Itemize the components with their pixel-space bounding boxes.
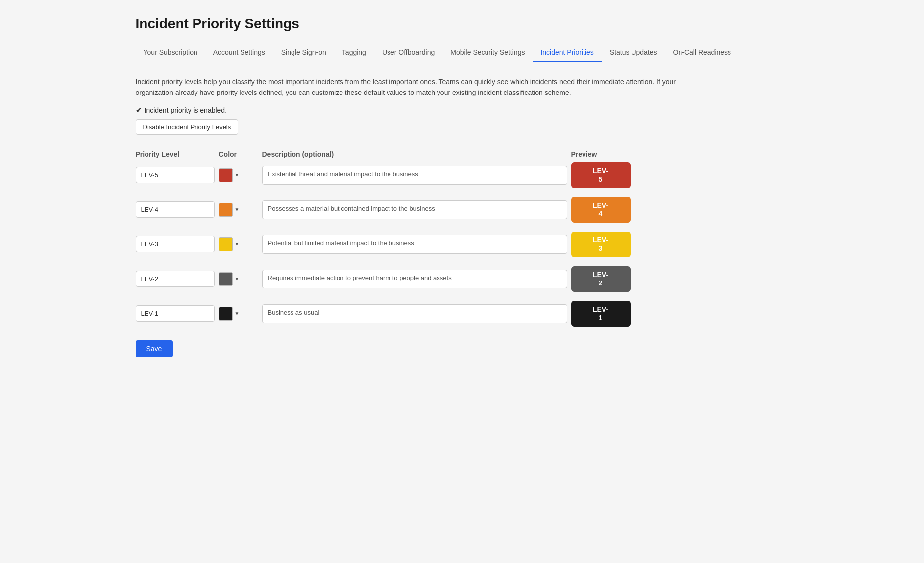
tab-single-sign-on[interactable]: Single Sign-on [273, 44, 334, 62]
description-text: Incident priority levels help you classi… [136, 76, 680, 98]
priority-rows: ▼LEV- 5▼LEV- 4▼LEV- 3▼LEV- 2▼LEV- 1 [136, 162, 631, 327]
table-header: Priority Level Color Description (option… [136, 150, 631, 162]
header-level: Priority Level [136, 150, 215, 158]
table-row: ▼LEV- 2 [136, 266, 631, 292]
color-swatch-lev3[interactable] [219, 237, 233, 251]
tab-user-offboarding[interactable]: User Offboarding [374, 44, 442, 62]
color-selector-lev4: ▼ [219, 203, 258, 217]
disable-priority-button[interactable]: Disable Incident Priority Levels [136, 119, 239, 135]
preview-badge-lev4: LEV- 4 [571, 197, 631, 223]
description-input-lev5[interactable] [262, 166, 567, 185]
page-title: Incident Priority Settings [136, 16, 789, 32]
table-row: ▼LEV- 4 [136, 197, 631, 223]
color-dropdown-arrow-lev2[interactable]: ▼ [234, 276, 241, 282]
level-input-lev4[interactable] [136, 201, 215, 218]
tab-on-call-readiness[interactable]: On-Call Readiness [665, 44, 739, 62]
color-dropdown-arrow-lev1[interactable]: ▼ [234, 311, 241, 316]
color-dropdown-arrow-lev4[interactable]: ▼ [234, 207, 241, 212]
preview-badge-lev2: LEV- 2 [571, 266, 631, 292]
level-input-lev2[interactable] [136, 271, 215, 287]
tab-mobile-security[interactable]: Mobile Security Settings [442, 44, 533, 62]
tab-account-settings[interactable]: Account Settings [205, 44, 273, 62]
table-row: ▼LEV- 5 [136, 162, 631, 188]
color-selector-lev5: ▼ [219, 168, 258, 182]
description-input-lev2[interactable] [262, 270, 567, 288]
table-row: ▼LEV- 1 [136, 301, 631, 327]
color-swatch-lev5[interactable] [219, 168, 233, 182]
tab-tagging[interactable]: Tagging [334, 44, 374, 62]
save-button[interactable]: Save [136, 340, 173, 357]
table-row: ▼LEV- 3 [136, 232, 631, 257]
description-input-lev1[interactable] [262, 304, 567, 323]
color-selector-lev3: ▼ [219, 237, 258, 251]
preview-badge-lev1: LEV- 1 [571, 301, 631, 327]
tab-subscription[interactable]: Your Subscription [136, 44, 205, 62]
priority-enabled-status: ✔ Incident priority is enabled. [136, 106, 789, 114]
checkmark-icon: ✔ [136, 106, 142, 114]
description-input-lev3[interactable] [262, 235, 567, 254]
page-container: Incident Priority Settings Your Subscrip… [116, 0, 809, 373]
color-selector-lev2: ▼ [219, 272, 258, 286]
header-preview: Preview [571, 150, 631, 158]
color-swatch-lev4[interactable] [219, 203, 233, 217]
color-swatch-lev2[interactable] [219, 272, 233, 286]
level-input-lev1[interactable] [136, 305, 215, 322]
color-swatch-lev1[interactable] [219, 307, 233, 321]
header-description: Description (optional) [262, 150, 567, 158]
preview-badge-lev3: LEV- 3 [571, 232, 631, 257]
color-dropdown-arrow-lev5[interactable]: ▼ [234, 172, 241, 178]
priority-enabled-label: Incident priority is enabled. [145, 106, 227, 114]
header-color: Color [219, 150, 258, 158]
tab-status-updates[interactable]: Status Updates [602, 44, 665, 62]
tab-incident-priorities[interactable]: Incident Priorities [533, 44, 601, 62]
level-input-lev5[interactable] [136, 167, 215, 183]
color-selector-lev1: ▼ [219, 307, 258, 321]
nav-tabs: Your SubscriptionAccount SettingsSingle … [136, 44, 789, 62]
color-dropdown-arrow-lev3[interactable]: ▼ [234, 241, 241, 247]
preview-badge-lev5: LEV- 5 [571, 162, 631, 188]
description-input-lev4[interactable] [262, 200, 567, 219]
level-input-lev3[interactable] [136, 236, 215, 252]
